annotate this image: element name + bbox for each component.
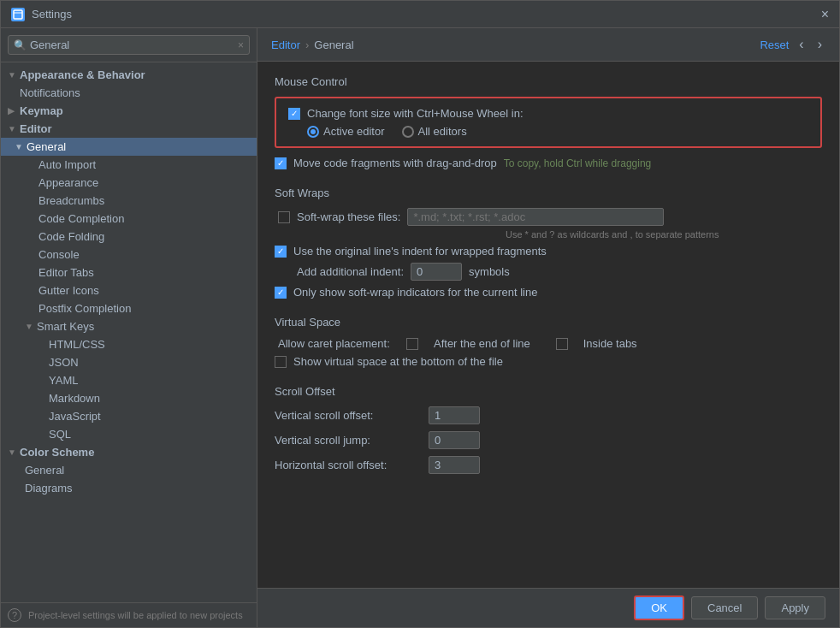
sidebar-item-breadcrumbs[interactable]: Breadcrumbs [1,192,257,210]
expand-arrow: ▼ [8,70,16,80]
sidebar-label: Diagrams [25,482,73,495]
all-editors-radio[interactable]: All editors [402,125,467,138]
expand-arrow: ▼ [15,142,23,151]
all-editors-label: All editors [418,125,467,138]
sidebar-bottom: ? Project-level settings will be applied… [1,602,257,627]
mouse-control-box: Change font size with Ctrl+Mouse Wheel i… [275,97,822,148]
soft-wrap-hint: Use * and ? as wildcards and , to separa… [275,229,822,240]
soft-wrap-input[interactable] [407,208,664,226]
sidebar-tree: ▼ Appearance & Behavior Notifications ▶ … [1,62,257,602]
vertical-offset-input[interactable] [429,406,480,424]
sidebar-item-javascript[interactable]: JavaScript [1,407,257,425]
sidebar-label: Color Scheme [20,446,94,459]
sidebar-item-code-folding[interactable]: Code Folding [1,228,257,246]
sidebar-item-notifications[interactable]: Notifications [1,84,257,102]
soft-wraps-section: Soft Wraps Soft-wrap these files: Use * … [275,187,822,299]
sidebar-label: JavaScript [49,410,101,423]
sidebar-label: Console [38,248,80,261]
sidebar-item-postfix-completion[interactable]: Postfix Completion [1,299,257,317]
move-code-row: Move code fragments with drag-and-drop T… [275,157,822,169]
sidebar-item-auto-import[interactable]: Auto Import [1,156,257,174]
sidebar-item-keymap[interactable]: ▶ Keymap [1,102,257,120]
only-show-label: Only show soft-wrap indicators for the c… [293,286,537,299]
virtual-space-section: Virtual Space Allow caret placement: Aft… [275,316,822,368]
sidebar-item-sql[interactable]: SQL [1,425,257,443]
move-code-checkbox[interactable] [275,157,287,169]
forward-button[interactable]: › [814,35,825,54]
sidebar-item-gutter-icons[interactable]: Gutter Icons [1,281,257,299]
show-virtual-checkbox[interactable] [275,356,287,368]
breadcrumb-root[interactable]: Editor [271,39,300,51]
back-button[interactable]: ‹ [796,35,807,54]
window-title: Settings [32,8,72,21]
sidebar-item-smart-keys[interactable]: ▼ Smart Keys [1,317,257,335]
sidebar-item-diagrams[interactable]: Diagrams [1,479,257,497]
mouse-control-title: Mouse Control [275,75,822,88]
after-end-checkbox[interactable] [406,338,418,350]
vertical-jump-label: Vertical scroll jump: [275,434,429,447]
soft-wrap-files-row: Soft-wrap these files: [275,208,822,226]
change-font-checkbox[interactable] [288,108,300,120]
sidebar-item-color-scheme[interactable]: ▼ Color Scheme [1,443,257,461]
sidebar-item-appearance-behavior[interactable]: ▼ Appearance & Behavior [1,66,257,84]
apply-button[interactable]: Apply [765,596,825,619]
sidebar-item-general[interactable]: ▼ General [1,138,257,156]
sidebar-label: Markdown [49,392,100,405]
sidebar-label: Editor Tabs [38,266,94,279]
sidebar-item-appearance[interactable]: Appearance [1,174,257,192]
vertical-jump-input[interactable] [429,431,480,449]
breadcrumb-current: General [314,39,353,51]
only-show-checkbox[interactable] [275,287,287,299]
inside-tabs-label: Inside tabs [583,337,637,350]
sidebar-item-markdown[interactable]: Markdown [1,389,257,407]
vertical-jump-row: Vertical scroll jump: [275,431,822,449]
sidebar-item-cs-general[interactable]: General [1,461,257,479]
vertical-offset-label: Vertical scroll offset: [275,409,429,422]
scroll-offset-title: Scroll Offset [275,385,822,398]
sidebar-label: HTML/CSS [49,338,105,351]
sidebar-item-html-css[interactable]: HTML/CSS [1,335,257,353]
horizontal-offset-row: Horizontal scroll offset: [275,456,822,474]
breadcrumb: Editor › General [271,39,354,51]
sidebar-label: General [25,464,64,477]
all-editors-radio-btn[interactable] [402,126,414,138]
sidebar-label: General [27,140,66,153]
horizontal-offset-input[interactable] [429,456,480,474]
sidebar-item-yaml[interactable]: YAML [1,371,257,389]
virtual-space-title: Virtual Space [275,316,822,329]
use-indent-checkbox[interactable] [275,246,287,258]
sidebar-item-json[interactable]: JSON [1,353,257,371]
sidebar-item-editor-tabs[interactable]: Editor Tabs [1,264,257,281]
sidebar-item-code-completion[interactable]: Code Completion [1,210,257,228]
project-level-hint: Project-level settings will be applied t… [28,610,243,620]
add-indent-input[interactable] [411,263,462,281]
sidebar-item-console[interactable]: Console [1,246,257,264]
search-input[interactable] [30,39,238,51]
content-area: 🔍 × ▼ Appearance & Behavior Notification… [1,28,839,627]
sidebar-label: Breadcrumbs [38,194,104,207]
soft-wrap-checkbox[interactable] [278,211,290,223]
ok-button[interactable]: OK [634,595,684,620]
active-editor-radio[interactable]: Active editor [307,125,385,138]
add-indent-label: Add additional indent: [297,265,404,278]
sidebar-label: JSON [49,356,79,369]
sidebar-label: Appearance & Behavior [20,68,145,81]
change-font-label: Change font size with Ctrl+Mouse Wheel i… [307,107,524,120]
sidebar-item-editor[interactable]: ▼ Editor [1,120,257,138]
only-show-row: Only show soft-wrap indicators for the c… [275,286,822,299]
cancel-button[interactable]: Cancel [691,596,758,619]
move-code-label: Move code fragments with drag-and-drop [293,157,497,169]
symbols-label: symbols [469,265,510,278]
reset-button[interactable]: Reset [760,39,789,51]
inside-tabs-checkbox[interactable] [556,338,568,350]
close-button[interactable]: × [821,7,829,22]
change-font-row: Change font size with Ctrl+Mouse Wheel i… [288,107,808,120]
horizontal-offset-label: Horizontal scroll offset: [275,459,429,471]
search-bar: 🔍 × [1,28,257,62]
expand-arrow: ▼ [25,322,33,331]
active-editor-radio-btn[interactable] [307,126,319,138]
expand-arrow: ▶ [8,106,16,116]
help-icon[interactable]: ? [8,608,21,622]
search-clear-icon[interactable]: × [238,39,244,51]
allow-caret-label: Allow caret placement: [278,337,398,350]
